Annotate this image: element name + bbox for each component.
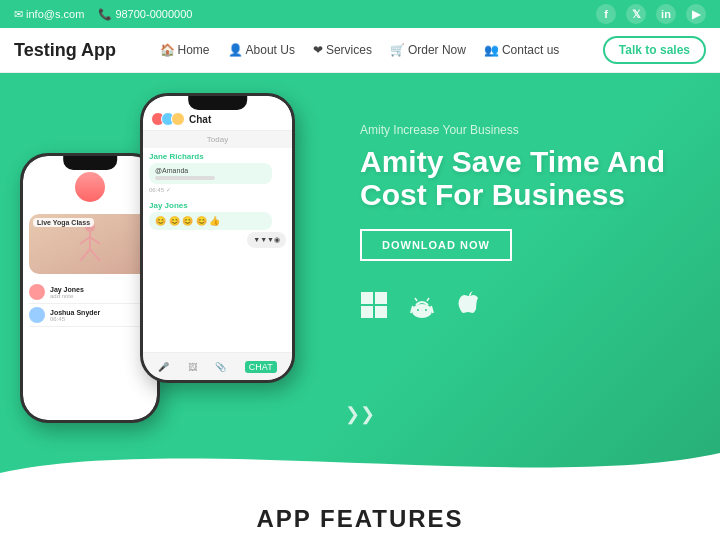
chat-title: Chat [189, 114, 211, 125]
chat-icon-img: 🖼 [188, 362, 197, 372]
svg-line-5 [90, 249, 100, 261]
svg-rect-7 [375, 292, 387, 304]
phone-notch [188, 96, 248, 110]
nav-links: 🏠Home 👤About Us ❤Services 🛒Order Now 👥Co… [160, 43, 560, 57]
email-info: ✉ info@s.com [14, 8, 84, 21]
contact-icon: 👥 [484, 43, 499, 57]
svg-point-13 [417, 309, 419, 311]
top-bar: ✉ info@s.com 📞 98700-0000000 f 𝕏 in ▶ [0, 0, 720, 28]
phone-screen-profile: Live Yoga Class Jay Jones add note Joshu… [23, 156, 157, 420]
hero-headline: Amity Save Time And Cost For Business [360, 145, 700, 211]
list-item: Jay Jones add note [29, 281, 151, 304]
list-sub-1: add note [50, 293, 151, 299]
svg-line-16 [427, 298, 429, 301]
nav-services[interactable]: ❤Services [313, 43, 372, 57]
phone-main: Chat Today Jane Richards @Amanda 06:45 ✓… [140, 93, 295, 383]
list-avatar-1 [29, 284, 45, 300]
download-button[interactable]: DOWNLOAD NOW [360, 229, 512, 261]
headline-line1: Amity Save Time And [360, 145, 665, 178]
avatar-3 [171, 112, 185, 126]
hero-wave [0, 433, 720, 493]
windows-icon [360, 291, 388, 325]
chat-bubble-1: @Amanda [149, 163, 272, 184]
nav-about[interactable]: 👤About Us [228, 43, 295, 57]
scroll-arrow[interactable]: ❯❯ [345, 403, 375, 425]
profile-list: Jay Jones add note Joshua Snyder 06:45 [23, 277, 157, 331]
youtube-icon[interactable]: ▶ [686, 4, 706, 24]
chat-message-2: Jay Jones 😊 😊 😊 😊 👍 ▼▼▼◉ [143, 197, 292, 252]
settings-hint: Go to Settings... [647, 479, 712, 489]
message-sender-2: Jay Jones [149, 201, 286, 210]
chat-emoji: 😊 😊 😊 😊 👍 [155, 216, 220, 226]
list-avatar-2 [29, 307, 45, 323]
list-text-2: Joshua Snyder 06:45 [50, 309, 151, 322]
home-icon: 🏠 [160, 43, 175, 57]
phone-notch-2 [63, 156, 117, 170]
hero-text: Amity Increase Your Business Amity Save … [360, 123, 700, 325]
svg-point-10 [412, 304, 432, 318]
twitter-icon[interactable]: 𝕏 [626, 4, 646, 24]
list-item-2: Joshua Snyder 06:45 [29, 304, 151, 327]
message-sender-1: Jane Richards [149, 152, 286, 161]
chat-reply: ▼▼▼◉ [247, 232, 286, 248]
phone-info: 📞 98700-0000000 [98, 8, 192, 21]
list-text-1: Jay Jones add note [50, 286, 151, 299]
svg-point-14 [425, 309, 427, 311]
hero-tagline: Amity Increase Your Business [360, 123, 700, 137]
phone-second: Live Yoga Class Jay Jones add note Joshu… [20, 153, 160, 423]
card-label: Live Yoga Class [33, 218, 94, 227]
svg-line-15 [415, 298, 417, 301]
chat-avatars [151, 112, 185, 126]
chat-bubble-2: 😊 😊 😊 😊 👍 [149, 212, 272, 230]
chat-icon-file: 📎 [215, 362, 226, 372]
chat-toolbar: 🎤 🖼 📎 CHAT [143, 352, 292, 380]
hero-section: Chat Today Jane Richards @Amanda 06:45 ✓… [0, 73, 720, 493]
chat-message-1: Jane Richards @Amanda 06:45 ✓ [143, 148, 292, 197]
linkedin-icon[interactable]: in [656, 4, 676, 24]
profile-card: Live Yoga Class [29, 214, 151, 274]
list-sub-2: 06:45 [50, 316, 151, 322]
android-icon [408, 291, 436, 325]
navbar: Testing App 🏠Home 👤About Us ❤Services 🛒O… [0, 28, 720, 73]
svg-rect-9 [375, 306, 387, 318]
headline-line2: Cost For Business [360, 178, 625, 211]
nav-home[interactable]: 🏠Home [160, 43, 210, 57]
profile-avatar [75, 172, 105, 202]
user-icon: 👤 [228, 43, 243, 57]
social-links: f 𝕏 in ▶ [596, 4, 706, 24]
chat-time-1: 06:45 ✓ [149, 186, 286, 193]
nav-order[interactable]: 🛒Order Now [390, 43, 466, 57]
phone-icon: 📞 [98, 8, 112, 20]
chat-send[interactable]: CHAT [245, 361, 277, 373]
svg-line-2 [80, 237, 90, 244]
talk-to-sales-button[interactable]: Talk to sales [603, 36, 706, 64]
svg-rect-8 [361, 306, 373, 318]
email-icon: ✉ [14, 8, 23, 20]
logo: Testing App [14, 40, 116, 61]
facebook-icon[interactable]: f [596, 4, 616, 24]
heart-icon: ❤ [313, 43, 323, 57]
cart-icon: 🛒 [390, 43, 405, 57]
svg-line-4 [80, 249, 90, 261]
phones-area: Chat Today Jane Richards @Amanda 06:45 ✓… [10, 73, 350, 493]
svg-line-3 [90, 237, 100, 244]
apple-icon [456, 291, 480, 325]
chat-date: Today [143, 131, 292, 148]
chat-icon-mic: 🎤 [158, 362, 169, 372]
svg-rect-6 [361, 292, 373, 304]
features-section: APP FEATURES [0, 493, 720, 540]
features-title: APP FEATURES [256, 505, 463, 532]
reply-indicators: ▼▼▼◉ [253, 236, 280, 243]
list-name-1: Jay Jones [50, 286, 151, 293]
bubble-line [155, 176, 215, 180]
top-bar-contact: ✉ info@s.com 📞 98700-0000000 [14, 8, 192, 21]
nav-contact[interactable]: 👥Contact us [484, 43, 559, 57]
phone-screen-chat: Chat Today Jane Richards @Amanda 06:45 ✓… [143, 96, 292, 380]
list-name-2: Joshua Snyder [50, 309, 151, 316]
platform-icons [360, 291, 700, 325]
